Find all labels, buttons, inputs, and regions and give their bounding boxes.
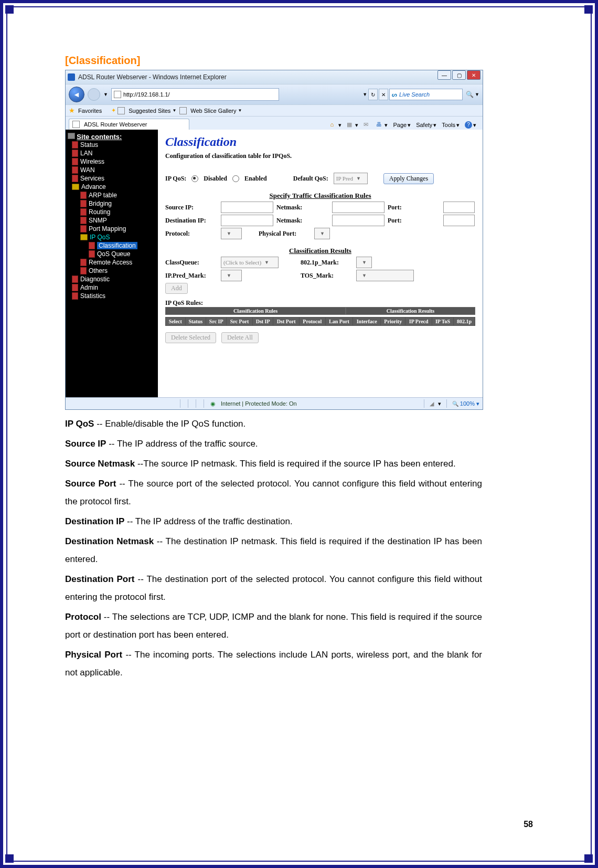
sidebar-item[interactable]: Bridging <box>68 199 156 208</box>
command-bar: ⌂▾ ▦▾ ✉ 🖶▾ Page▾ Safety▾ Tools▾ ?▾ <box>330 121 479 130</box>
page-icon <box>89 242 95 249</box>
page-icon <box>72 141 78 149</box>
results-group-header: Classification Results <box>346 307 475 315</box>
sidebar-item[interactable]: Others <box>68 267 156 275</box>
web-slice-link[interactable]: Web Slice Gallery ▼ <box>179 107 242 114</box>
dropdown-arrow-icon[interactable]: ▼ <box>103 92 108 97</box>
sidebar-item[interactable]: LAN <box>68 149 156 157</box>
page-icon <box>72 166 78 174</box>
sidebar-item[interactable]: Diagnostic <box>68 275 156 283</box>
sidebar-item[interactable]: ARP table <box>68 191 156 199</box>
description-line: Physical Port -- The incoming ports. The… <box>65 646 482 682</box>
tos-label: TOS_Mark: <box>301 272 353 280</box>
maximize-button[interactable]: ▢ <box>452 70 466 80</box>
table-column-header: Dst IP <box>252 317 273 326</box>
source-netmask-input[interactable] <box>332 202 385 213</box>
description-definition: -- The incoming ports. The selections in… <box>65 650 482 678</box>
add-button[interactable]: Add <box>165 283 188 294</box>
enabled-label: Enabled <box>244 175 267 183</box>
destination-port-input[interactable] <box>443 215 475 226</box>
page-menu[interactable]: Page▾ <box>393 122 411 129</box>
tab-row: ADSL Router Webserver ⌂▾ ▦▾ ✉ 🖶▾ Page▾ S… <box>66 116 483 130</box>
description-line: Source Port -- The source port of the se… <box>65 475 482 511</box>
url-input[interactable]: http://192.168.1.1/ <box>111 88 279 101</box>
description-term: Source IP <box>65 439 106 449</box>
sidebar-item[interactable]: Routing <box>68 208 156 216</box>
radio-enabled[interactable] <box>232 175 239 182</box>
print-button[interactable]: 🖶▾ <box>376 121 388 129</box>
suggested-sites-link[interactable]: ✦ Suggested Sites ▼ <box>111 107 176 114</box>
minimize-button[interactable]: — <box>437 70 451 80</box>
sidebar-item[interactable]: Remote Access <box>68 258 156 267</box>
zone-icon[interactable]: ◢ <box>430 400 434 407</box>
sidebar-item[interactable]: Wireless <box>68 157 156 166</box>
description-definition: --The source IP netmask. This field is r… <box>135 459 455 469</box>
dropdown-arrow-icon[interactable]: ▼ <box>475 92 479 97</box>
description-term: Source Port <box>65 479 116 489</box>
address-bar: ◄ ▼ http://192.168.1.1/ ▼ ↻ ✕ ᔕ Live Sea… <box>66 84 483 104</box>
sidebar-item[interactable]: Advance <box>68 183 156 191</box>
page-title: Classification <box>165 135 475 149</box>
help-button[interactable]: ?▾ <box>465 121 476 129</box>
sidebar-item-label: Wireless <box>80 158 104 165</box>
description-definition: -- The selections are TCP, UDP, ICMP and… <box>65 612 482 640</box>
sidebar-item[interactable]: Admin <box>68 283 156 292</box>
description-section: IP QoS -- Enable/disable the IP QoS func… <box>65 415 482 682</box>
browser-window: ADSL Router Webserver - Windows Internet… <box>65 70 483 410</box>
sidebar-item[interactable]: Classification <box>68 241 156 250</box>
ippred-label: IP.Pred_Mark: <box>165 272 218 280</box>
tos-select[interactable]: ▼ <box>356 270 414 281</box>
destination-ip-input[interactable] <box>221 215 273 226</box>
disabled-label: Disabled <box>204 175 227 183</box>
safety-menu[interactable]: Safety▾ <box>416 122 436 129</box>
search-icon[interactable]: 🔍 <box>466 91 474 98</box>
stop-button[interactable]: ✕ <box>379 89 388 100</box>
destination-ip-label: Destination IP: <box>165 217 218 225</box>
feeds-button[interactable]: ▦▾ <box>347 121 358 129</box>
description-line: Source IP -- The IP address of the traff… <box>65 435 482 453</box>
protected-mode-label: Internet | Protected Mode: On <box>221 400 297 407</box>
sidebar-item[interactable]: Status <box>68 141 156 149</box>
sidebar-item[interactable]: Port Mapping <box>68 225 156 233</box>
specify-rules-header: Specify Traffic Classification Rules <box>165 192 475 200</box>
sidebar-item[interactable]: Services <box>68 174 156 183</box>
delete-all-button[interactable]: Delete All <box>221 332 259 343</box>
source-port-input[interactable] <box>443 202 475 213</box>
favorites-star-icon[interactable]: ★ <box>69 107 75 114</box>
sidebar-item[interactable]: Statistics <box>68 292 156 300</box>
home-button[interactable]: ⌂▾ <box>330 121 341 129</box>
close-button[interactable]: ✕ <box>467 70 480 80</box>
dropdown-arrow-icon[interactable]: ▼ <box>362 92 367 97</box>
table-column-header: 802.1p <box>453 317 475 326</box>
delete-selected-button[interactable]: Delete Selected <box>165 332 216 343</box>
favorites-label[interactable]: Favorites <box>78 108 102 114</box>
description-line: Destination Port -- The destination port… <box>65 570 482 606</box>
defaultqos-select[interactable]: IP Pred▼ <box>334 173 368 184</box>
back-button[interactable]: ◄ <box>69 87 84 102</box>
active-tab[interactable]: ADSL Router Webserver <box>69 119 189 130</box>
ippred-select[interactable]: ▼ <box>221 270 242 281</box>
table-column-header: Src Port <box>227 317 252 326</box>
description-term: Destination Netmask <box>65 536 154 546</box>
refresh-button[interactable]: ↻ <box>368 89 378 100</box>
source-ip-input[interactable] <box>221 202 273 213</box>
read-mail-button[interactable]: ✉ <box>364 121 371 129</box>
apply-changes-button[interactable]: Apply Changes <box>383 173 434 184</box>
sidebar-item[interactable]: SNMP <box>68 216 156 225</box>
sidebar-item[interactable]: WAN <box>68 166 156 174</box>
sidebar-item-label: LAN <box>80 150 92 157</box>
mark802-select[interactable]: ▼ <box>356 257 372 268</box>
protocol-select[interactable]: ▼ <box>221 228 242 239</box>
radio-disabled[interactable] <box>191 175 198 182</box>
forward-button[interactable] <box>88 88 100 101</box>
tools-menu[interactable]: Tools▾ <box>442 122 460 129</box>
sidebar-item[interactable]: QoS Queue <box>68 250 156 258</box>
search-input[interactable]: ᔕ Live Search <box>389 89 463 100</box>
classqueue-select[interactable]: (Click to Select)▼ <box>221 257 279 268</box>
destination-netmask-input[interactable] <box>332 215 385 226</box>
port-label: Port: <box>388 217 440 225</box>
sidebar-item-label: Remote Access <box>89 259 132 266</box>
zoom-control[interactable]: 🔍 100%▾ <box>452 400 479 407</box>
physical-port-select[interactable]: ▼ <box>314 228 330 239</box>
sidebar-item[interactable]: IP QoS <box>68 233 156 241</box>
